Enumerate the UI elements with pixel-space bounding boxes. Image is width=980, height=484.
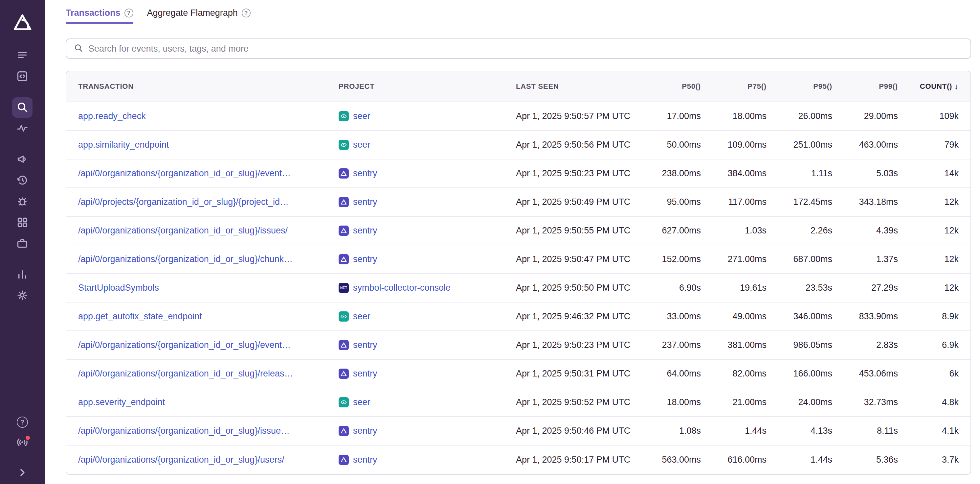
p75-value: 21.00ms [701,397,767,407]
transaction-link[interactable]: app.ready_check [78,111,339,121]
tab-label: Transactions [66,8,121,18]
p99-value: 343.18ms [832,197,898,207]
sentry-project-icon [339,225,349,236]
count-value: 12k [898,225,959,236]
p95-value: 346.00ms [767,311,832,321]
p50-value: 17.00ms [635,111,701,121]
table-row: /api/0/organizations/{organization_id_or… [66,417,970,446]
sidebar-item-projects[interactable] [16,237,29,250]
sidebar-item-search[interactable] [12,97,32,118]
transaction-link[interactable]: /api/0/organizations/{organization_id_or… [78,426,339,436]
transaction-link[interactable]: /api/0/projects/{organization_id_or_slug… [78,197,339,207]
column-header-transaction[interactable]: TRANSACTION [78,82,339,91]
column-header-p99[interactable]: P99() [832,82,898,91]
project-link[interactable]: symbol-collector-console [353,283,450,293]
project-link[interactable]: seer [353,140,371,150]
sidebar-item-alerts[interactable] [16,195,29,208]
table-row: /api/0/organizations/{organization_id_or… [66,245,970,274]
tab-transactions[interactable]: Transactions ? [66,8,133,24]
sidebar: ? [0,0,45,484]
sidebar-bottom: ? [0,415,45,479]
sidebar-item-insights[interactable] [16,216,29,229]
help-icon[interactable]: ? [242,8,251,18]
sidebar-item-explore[interactable] [16,70,29,83]
project-link[interactable]: sentry [353,426,377,436]
column-header-last-seen[interactable]: LAST SEEN [516,82,635,91]
p95-value: 24.00ms [767,397,832,407]
table-row: StartUploadSymbols NET symbol-collector-… [66,274,970,302]
transaction-link[interactable]: app.get_autofix_state_endpoint [78,311,339,321]
sidebar-item-feedback[interactable] [16,153,29,166]
column-header-p95[interactable]: P95() [767,82,832,91]
p95-value: 1.11s [767,168,832,179]
last-seen-value: Apr 1, 2025 9:50:55 PM UTC [516,225,635,236]
project-link[interactable]: sentry [353,455,377,465]
transaction-link[interactable]: /api/0/organizations/{organization_id_or… [78,369,339,379]
transaction-link[interactable]: app.severity_endpoint [78,397,339,407]
column-header-count-label: COUNT() [920,82,952,91]
search-icon [73,43,83,54]
transaction-link[interactable]: /api/0/organizations/{organization_id_or… [78,455,339,465]
transaction-link[interactable]: /api/0/organizations/{organization_id_or… [78,168,339,179]
gear-icon [16,289,29,302]
project-link[interactable]: seer [353,397,371,407]
main-content: Transactions ? Aggregate Flamegraph ? TR… [45,0,980,475]
transaction-link[interactable]: /api/0/organizations/{organization_id_or… [78,254,339,264]
count-value: 109k [898,111,959,121]
notification-dot [25,434,31,441]
count-value: 14k [898,168,959,179]
p75-value: 1.44s [701,426,767,436]
collapse-sidebar-button[interactable] [16,466,29,479]
table-row: /api/0/organizations/{organization_id_or… [66,446,970,474]
sidebar-item-dashboards[interactable] [16,268,29,281]
transaction-link[interactable]: /api/0/organizations/{organization_id_or… [78,340,339,350]
last-seen-value: Apr 1, 2025 9:50:46 PM UTC [516,426,635,436]
count-value: 12k [898,283,959,293]
p50-value: 1.08s [635,426,701,436]
project-link[interactable]: seer [353,111,371,121]
transaction-link[interactable]: app.similarity_endpoint [78,140,339,150]
last-seen-value: Apr 1, 2025 9:46:32 PM UTC [516,311,635,321]
sidebar-item-traces[interactable] [16,122,29,135]
search-input[interactable] [88,44,963,54]
count-value: 6k [898,369,959,379]
project-link[interactable]: sentry [353,369,377,379]
sidebar-item-replays[interactable] [16,174,29,187]
help-icon[interactable]: ? [124,8,133,18]
last-seen-value: Apr 1, 2025 9:50:17 PM UTC [516,455,635,465]
sidebar-item-settings[interactable] [16,289,29,302]
project-link[interactable]: seer [353,311,371,321]
p75-value: 18.00ms [701,111,767,121]
traces-icon [16,122,29,136]
transaction-link[interactable]: /api/0/organizations/{organization_id_or… [78,225,339,236]
table-body: app.ready_check seer Apr 1, 2025 9:50:57… [66,102,970,474]
sidebar-item-whats-new[interactable] [16,436,29,449]
p95-value: 986.05ms [767,340,832,350]
tab-aggregate-flamegraph[interactable]: Aggregate Flamegraph ? [147,8,251,24]
column-header-p50[interactable]: P50() [635,82,701,91]
column-header-count[interactable]: COUNT() ↓ [898,82,959,91]
sentry-logo[interactable] [12,13,32,32]
p95-value: 26.00ms [767,111,832,121]
project-link[interactable]: sentry [353,254,377,264]
sidebar-item-issues[interactable] [16,49,29,62]
p75-value: 19.61s [701,283,767,293]
transactions-table: TRANSACTION PROJECT LAST SEEN P50() P75(… [66,71,971,475]
project-link[interactable]: sentry [353,340,377,350]
last-seen-value: Apr 1, 2025 9:50:23 PM UTC [516,340,635,350]
p95-value: 172.45ms [767,197,832,207]
sidebar-item-help[interactable]: ? [16,415,29,429]
search-bar [66,38,971,59]
project-link[interactable]: sentry [353,225,377,236]
p75-value: 49.00ms [701,311,767,321]
project-link[interactable]: sentry [353,168,377,179]
grid-blocks-icon [16,216,29,230]
p75-value: 109.00ms [701,140,767,150]
column-header-p75[interactable]: P75() [701,82,767,91]
last-seen-value: Apr 1, 2025 9:50:52 PM UTC [516,397,635,407]
column-header-project[interactable]: PROJECT [339,82,516,91]
project-link[interactable]: sentry [353,197,377,207]
p95-value: 166.00ms [767,369,832,379]
sentry-project-icon [339,340,349,350]
transaction-link[interactable]: StartUploadSymbols [78,283,339,293]
